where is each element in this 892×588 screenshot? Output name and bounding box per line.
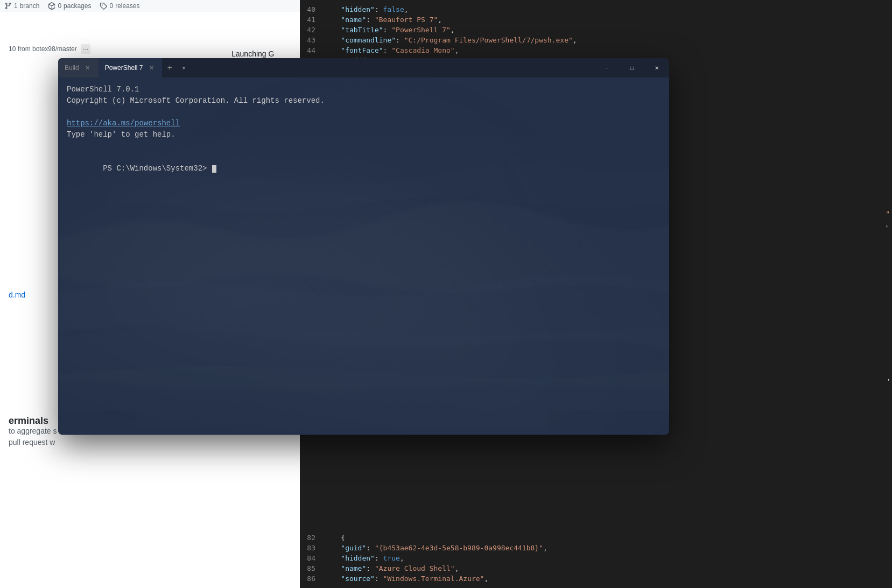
readme-anchor[interactable]: d.md: [9, 291, 25, 299]
copyright-line: Copyright (c) Microsoft Corporation. All…: [67, 95, 661, 107]
line-num-85: 85: [300, 563, 324, 573]
branch-icon: [4, 2, 12, 10]
line-content-83: "guid": "{b453ae62-4e3d-5e58-b989-0a998e…: [324, 543, 547, 553]
packages-label: packages: [64, 2, 91, 10]
packages-count: 0: [58, 2, 61, 10]
branch-stat[interactable]: 1 branch: [4, 2, 39, 10]
terminals-description: to aggregate s pull request w: [0, 426, 66, 448]
prompt-line: PS C:\Windows\System32>: [67, 152, 661, 186]
code-lines-bottom: 82 { 83 "guid": "{b453ae62-4e3d-5e58-b98…: [300, 533, 892, 588]
right-snippet-top: ",: [886, 209, 890, 229]
close-button[interactable]: ✕: [644, 58, 669, 77]
line-num-82: 82: [300, 533, 324, 543]
branch-count: 1: [14, 2, 18, 10]
powershell-link[interactable]: https://aka.ms/powershell: [67, 119, 180, 127]
tab-build-label: Build: [65, 64, 79, 72]
package-icon: [48, 2, 55, 10]
line-content-41: "name": "Beaufort PS 7",: [324, 15, 442, 25]
line-content-84: "hidden": true,: [324, 553, 404, 563]
line-num-86: 86: [300, 573, 324, 584]
line-content-40: "hidden": false,: [324, 4, 409, 15]
ellipsis-btn[interactable]: ···: [81, 44, 90, 54]
line-content-43: "commandline": "C:/Program Files/PowerSh…: [324, 35, 577, 45]
line-content-42: "tabTitle": "PowerShell 7",: [324, 25, 455, 35]
terminal-window: Build ✕ PowerShell 7 ✕ + ▾ − □ ✕: [58, 58, 669, 435]
terminal-titlebar: Build ✕ PowerShell 7 ✕ + ▾ − □ ✕: [58, 58, 669, 77]
prompt-text: PS C:\Windows\System32>: [103, 164, 212, 173]
releases-label: releases: [115, 2, 139, 10]
terminal-text-layer: PowerShell 7.0.1 Copyright (c) Microsoft…: [67, 84, 661, 186]
line-num-44: 44: [300, 45, 324, 55]
tag-icon: [100, 2, 107, 10]
line-content-86: "source": "Windows.Terminal.Azure",: [324, 573, 488, 584]
maximize-button[interactable]: □: [620, 58, 644, 77]
line-num-41: 41: [300, 15, 324, 25]
line-num-83: 83: [300, 543, 324, 553]
version-line: PowerShell 7.0.1: [67, 84, 661, 95]
tab-build[interactable]: Build ✕: [58, 58, 99, 77]
tab-dropdown-button[interactable]: ▾: [177, 60, 190, 75]
repo-stats-bar: 1 branch 0 packages 0 releases: [0, 0, 301, 12]
packages-stat[interactable]: 0 packages: [48, 2, 91, 10]
tab-powershell-close[interactable]: ✕: [147, 63, 156, 72]
branch-label: branch: [20, 2, 40, 10]
line-num-43: 43: [300, 35, 324, 45]
empty-line-1: [67, 107, 661, 118]
new-tab-button[interactable]: +: [162, 60, 177, 75]
tab-powershell-label: PowerShell 7: [105, 64, 143, 72]
link-line: https://aka.ms/powershell: [67, 118, 661, 129]
right-snippet-bottom: ,: [888, 372, 890, 382]
terminals-heading: erminals: [0, 415, 57, 427]
branch-ref-text: 10 from botex98/master ···: [0, 45, 99, 53]
releases-stat[interactable]: 0 releases: [100, 2, 139, 10]
line-content-44: "fontFace": "Cascadia Mono",: [324, 45, 459, 55]
minimize-button[interactable]: −: [595, 58, 620, 77]
line-content-82: {: [324, 533, 345, 543]
readme-link[interactable]: d.md: [0, 291, 34, 299]
terminal-content[interactable]: PowerShell 7.0.1 Copyright (c) Microsoft…: [58, 77, 669, 435]
launching-text: Launching G: [231, 49, 274, 58]
tab-build-close[interactable]: ✕: [83, 63, 92, 72]
help-line: Type 'help' to get help.: [67, 129, 661, 140]
line-num-84: 84: [300, 553, 324, 563]
window-controls: − □ ✕: [595, 58, 669, 77]
cursor: [212, 165, 216, 173]
line-num-40: 40: [300, 4, 324, 15]
branch-ref: 10 from botex98/master: [9, 45, 77, 53]
line-content-85: "name": "Azure Cloud Shell",: [324, 563, 459, 573]
line-num-42: 42: [300, 25, 324, 35]
tab-powershell[interactable]: PowerShell 7 ✕: [99, 58, 163, 77]
releases-count: 0: [109, 2, 113, 10]
empty-line-2: [67, 140, 661, 152]
